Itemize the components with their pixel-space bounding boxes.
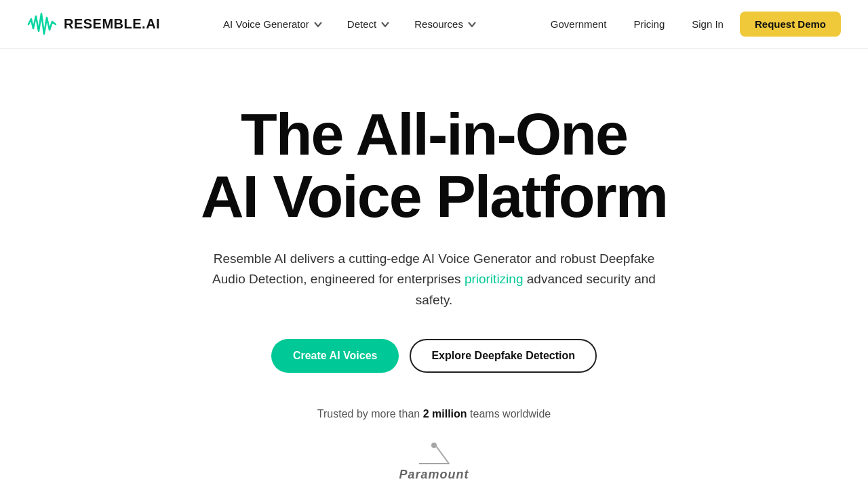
nav-ai-voice-generator[interactable]: AI Voice Generator bbox=[212, 13, 334, 35]
explore-deepfake-detection-button[interactable]: Explore Deepfake Detection bbox=[410, 339, 597, 373]
chevron-down-icon bbox=[380, 20, 390, 29]
hero-title: The All-in-One AI Voice Platform bbox=[201, 103, 667, 228]
nav-government[interactable]: Government bbox=[540, 13, 618, 35]
nav-sign-in[interactable]: Sign In bbox=[681, 13, 734, 35]
logo[interactable]: RESEMBLE.AI bbox=[27, 9, 160, 39]
logo-waveform-icon bbox=[27, 9, 57, 39]
request-demo-button[interactable]: Request Demo bbox=[740, 12, 841, 37]
chevron-down-icon bbox=[313, 20, 323, 29]
trust-bar: Trusted by more than 2 million teams wor… bbox=[317, 408, 551, 482]
trust-text: Trusted by more than 2 million teams wor… bbox=[317, 408, 551, 420]
brand-logos: Paramount bbox=[399, 442, 469, 482]
hero-section: The All-in-One AI Voice Platform Resembl… bbox=[0, 49, 868, 488]
paramount-logo: Paramount bbox=[399, 442, 469, 482]
nav-resources[interactable]: Resources bbox=[403, 13, 488, 35]
svg-point-0 bbox=[431, 443, 437, 448]
hero-cta-buttons: Create AI Voices Explore Deepfake Detect… bbox=[271, 339, 597, 373]
hero-subtitle: Resemble AI delivers a cutting-edge AI V… bbox=[203, 249, 665, 310]
create-ai-voices-button[interactable]: Create AI Voices bbox=[271, 339, 399, 373]
paramount-mountain-icon bbox=[414, 442, 454, 468]
nav-right-links: Government Pricing Sign In Request Demo bbox=[540, 12, 841, 37]
nav-detect[interactable]: Detect bbox=[336, 13, 401, 35]
nav-center-links: AI Voice Generator Detect Resources bbox=[212, 13, 488, 35]
nav-pricing[interactable]: Pricing bbox=[623, 13, 675, 35]
logo-text: RESEMBLE.AI bbox=[64, 16, 160, 32]
paramount-brand-name: Paramount bbox=[399, 468, 469, 482]
chevron-down-icon bbox=[467, 20, 477, 29]
navbar: RESEMBLE.AI AI Voice Generator Detect Re… bbox=[0, 0, 868, 49]
